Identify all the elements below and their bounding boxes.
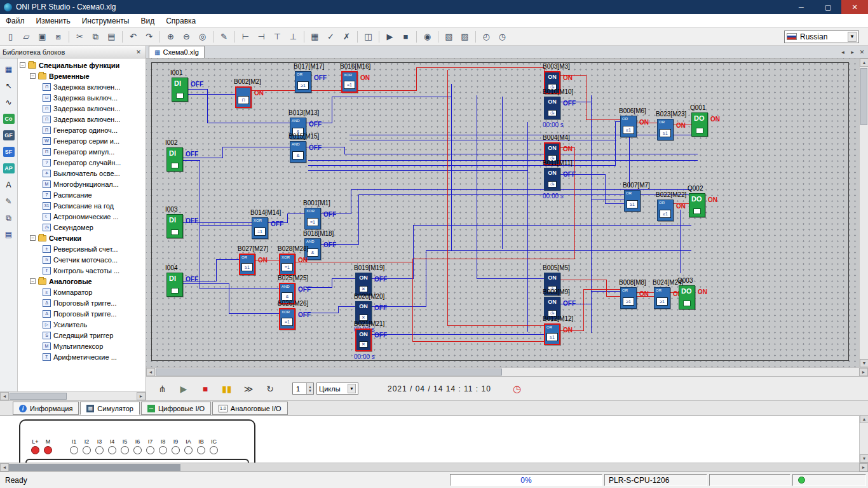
block-library-icon[interactable]: ▦ — [2, 62, 16, 76]
tree-item[interactable]: ☀Выключатель осве... — [18, 168, 146, 179]
sim-play-icon[interactable]: ▶ — [175, 381, 192, 396]
menu-item-3[interactable]: Инструменты — [76, 15, 135, 27]
tree-hscroll-thumb[interactable] — [10, 393, 67, 400]
tree-expander-icon[interactable]: − — [30, 235, 36, 241]
alarm-clock-icon[interactable]: ◷ — [513, 383, 521, 395]
tree-root-special-functions[interactable]: −Специальные функции — [18, 60, 146, 71]
bottom-tab-цифровые-i-o[interactable]: ⎓Цифровые I/O — [141, 402, 211, 415]
block-I001[interactable]: DI — [172, 78, 188, 102]
sim-hscroll-thumb[interactable] — [9, 464, 180, 471]
tree-expander-icon[interactable]: − — [30, 73, 36, 79]
clock-read-icon[interactable]: ◷ — [495, 30, 510, 44]
sim-loop-icon[interactable]: ↻ — [262, 381, 278, 396]
input-led-i6[interactable]: I6 — [132, 438, 144, 454]
block-B023[M23][interactable]: OR≥1 — [657, 119, 674, 140]
tab-scroll-left-icon[interactable]: ◂ — [838, 47, 848, 57]
block-B017[M17][interactable]: OR≥1 — [295, 71, 311, 93]
tree-item[interactable]: ▷Усилитель — [18, 319, 146, 330]
block-B024[M24][interactable]: OR≥1 — [654, 287, 670, 309]
connect-test-icon[interactable]: ⋔ — [154, 381, 170, 396]
block-Q001[interactable]: DO — [691, 112, 708, 137]
input-led-i9[interactable]: I9 — [170, 438, 182, 454]
zoom-out-icon[interactable]: ⊖ — [179, 30, 194, 44]
block-B015[M15][interactable]: AND& — [290, 141, 306, 163]
input-led-ic[interactable]: IC — [208, 438, 220, 454]
tree-item[interactable]: ◷Секундомер — [18, 222, 146, 233]
tree-item[interactable]: 7Расписание — [18, 189, 146, 200]
block-B021[M21][interactable]: ON✕ — [355, 329, 372, 351]
library-book-icon[interactable]: ▤ — [2, 227, 16, 241]
tab-scroll-right-icon[interactable]: ▸ — [848, 47, 857, 57]
bottom-tab-информация[interactable]: iИнформация — [13, 402, 79, 415]
sim-step-icon[interactable]: ≫ — [240, 381, 257, 396]
verify-off-icon[interactable]: ✗ — [339, 30, 354, 44]
block-B026[M26][interactable]: XOR=1 — [279, 308, 295, 330]
sim-pause-icon[interactable]: ▮▮ — [219, 381, 235, 396]
tree-item[interactable]: ПГенератор импул... — [18, 146, 146, 157]
align-right-icon[interactable]: ⊣ — [254, 30, 269, 44]
clock-set-icon[interactable]: ◴ — [479, 30, 494, 44]
block-B027[M27][interactable]: OR≥1 — [239, 254, 255, 275]
align-bottom-icon[interactable]: ⊥ — [286, 30, 301, 44]
paste-icon[interactable]: ▤ — [104, 30, 119, 44]
tree-item[interactable]: SСледящий триггер — [18, 330, 146, 341]
tree-item[interactable]: ΣАрифметические ... — [18, 351, 146, 362]
input-led-i3[interactable]: I3 — [93, 438, 105, 454]
tree-item[interactable]: MМногофункционал... — [18, 179, 146, 189]
save-icon[interactable]: ▣ — [35, 30, 50, 44]
block-B022[M22][interactable]: OR≥1 — [657, 200, 674, 221]
tree-item[interactable]: ≥Компаратор — [18, 287, 146, 297]
block-B001[M1][interactable]: XOR=1 — [304, 208, 321, 229]
block-B028[M28][interactable]: XOR=1 — [279, 254, 295, 275]
library-tree[interactable]: −Специальные функции−Временные⊓Задержка … — [18, 58, 146, 391]
tree-item[interactable]: ПГенератор одиноч... — [18, 125, 146, 135]
scroll-up-icon[interactable]: ▲ — [860, 415, 868, 423]
scroll-right-icon[interactable]: ► — [859, 463, 868, 471]
block-B014[M14][interactable]: XOR=1 — [252, 217, 268, 239]
tree-expander-icon[interactable]: − — [20, 62, 25, 68]
menu-item-1[interactable]: Файл — [0, 15, 31, 27]
tree-item[interactable]: ⊓Задержка включен... — [18, 103, 146, 114]
block-I004[interactable]: DI — [166, 273, 183, 297]
tree-expander-icon[interactable]: − — [30, 278, 36, 284]
block-Q002[interactable]: DO — [689, 193, 705, 217]
scroll-right-icon[interactable]: ► — [137, 392, 146, 400]
tree-item[interactable]: ΔПороговый тригге... — [18, 308, 146, 319]
bottom-tab-симулятор[interactable]: ▦Симулятор — [80, 402, 140, 415]
cycles-mode-select[interactable]: Циклы ▼ — [316, 383, 358, 395]
input-led-i1[interactable]: I1 — [68, 438, 80, 454]
block-B019[M19][interactable]: ON✕ — [355, 273, 372, 295]
scroll-right-icon[interactable]: ► — [859, 368, 868, 376]
scroll-down-icon[interactable]: ▼ — [860, 359, 868, 367]
select-cursor-icon[interactable]: ↖ — [2, 79, 16, 93]
tree-folder-2[interactable]: −Счетчики — [18, 233, 146, 243]
scroll-down-icon[interactable]: ▼ — [860, 454, 868, 463]
block-B002[M2][interactable]: ⊓ — [235, 86, 252, 108]
zoom-in-icon[interactable]: ⊕ — [163, 30, 178, 44]
symbol-table-icon[interactable]: ◫ — [361, 30, 376, 44]
library-close-icon[interactable]: ✕ — [134, 48, 143, 57]
canvas-vscroll-thumb[interactable] — [860, 68, 867, 125]
scroll-left-icon[interactable]: ◄ — [146, 368, 155, 376]
connector-tool-icon[interactable]: ∿ — [2, 95, 16, 109]
input-led-ia[interactable]: IA — [182, 438, 194, 454]
tree-item[interactable]: hСчетчик моточасо... — [18, 254, 146, 265]
redo-icon[interactable]: ↷ — [142, 30, 156, 44]
undo-icon[interactable]: ↶ — [126, 30, 140, 44]
text-tool-icon[interactable]: A — [2, 178, 16, 192]
sim-vscrollbar[interactable]: ▲ ▼ — [859, 415, 868, 463]
canvas-hscrollbar[interactable]: ◄ ► — [146, 367, 868, 376]
open-file-icon[interactable]: ▱ — [19, 30, 34, 44]
tree-item[interactable]: ⊓Задержка включен... — [18, 114, 146, 125]
block-Q003[interactable]: DO — [679, 285, 695, 309]
new-file-icon[interactable]: ▯ — [3, 30, 18, 44]
bottom-tab-аналоговые-i-o[interactable]: 1.0Аналоговые I/O — [212, 402, 287, 415]
menu-item-4[interactable]: Вид — [135, 15, 160, 27]
block-B006[M6][interactable]: OR≥1 — [620, 116, 637, 137]
grid-icon[interactable]: ▦ — [308, 30, 322, 44]
app-functions-group-icon[interactable]: AP — [2, 161, 16, 175]
tree-item[interactable]: ⊔Задержка выключ... — [18, 92, 146, 103]
tree-item[interactable]: ΔПороговый тригге... — [18, 297, 146, 308]
schematic-canvas[interactable]: DII001OFFDII002OFFDII003OFFDII004OFF⊓B00… — [146, 58, 859, 367]
cycle-count-input[interactable]: 1 ▲▼ — [292, 383, 314, 395]
